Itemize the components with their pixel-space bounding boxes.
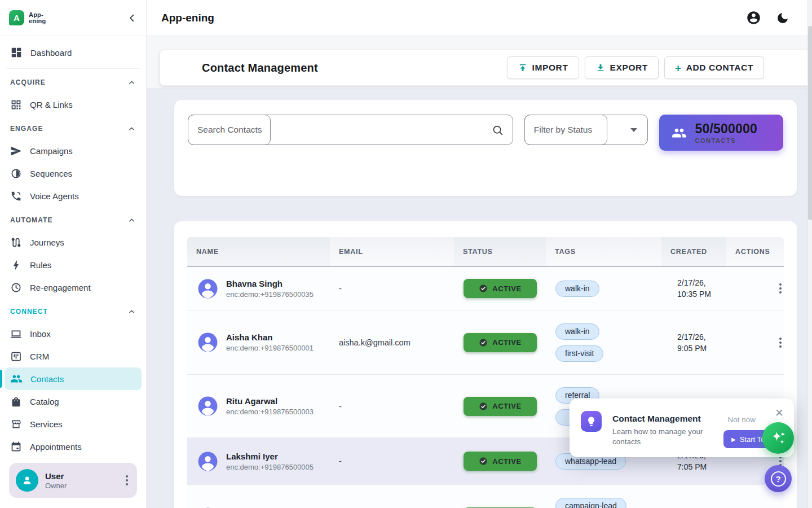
sidebar-collapse-button[interactable] (127, 13, 137, 23)
sidebar-item-crm[interactable]: CRM (5, 345, 142, 367)
import-button[interactable]: IMPORT (507, 56, 579, 79)
sidebar-item-inbox[interactable]: Inbox (5, 322, 142, 345)
sidebar-item-label: Inbox (30, 329, 51, 339)
section-label: AUTOMATE (10, 216, 53, 224)
laptop-icon (10, 328, 22, 340)
tour-popup-title: Contact Management (612, 414, 701, 424)
contact-name: Aisha Khan (226, 332, 314, 342)
sidebar-item-label: Catalog (30, 397, 59, 406)
column-header-email[interactable]: EMAIL (330, 237, 454, 266)
section-automate[interactable]: AUTOMATE (5, 209, 142, 231)
header-actions (746, 10, 797, 25)
section-label: ACQUIRE (10, 78, 46, 86)
sidebar-item-label: Dashboard (30, 48, 72, 58)
sidebar-item-campaigns[interactable]: Campaigns (5, 139, 142, 162)
sidebar-item-contacts[interactable]: Contacts (5, 367, 142, 390)
email-cell: - (330, 402, 454, 411)
chevron-up-icon (127, 125, 136, 133)
sidebar-item-qr-links[interactable]: QR & Links (5, 93, 142, 116)
tags-cell: campaign-lead (546, 498, 661, 508)
lightbulb-icon (581, 411, 602, 432)
tag-chip[interactable]: first-visit (555, 345, 603, 362)
column-header-actions: ACTIONS (726, 237, 784, 266)
logo-line2: ening (29, 18, 46, 24)
row-actions-button[interactable] (777, 281, 784, 296)
contact-name: Bhavna Singh (226, 279, 314, 288)
tour-popup-body: Learn how to manage your contacts (612, 427, 713, 447)
column-header-name[interactable]: NAME (187, 237, 330, 266)
status-filter-select[interactable]: Filter by Status (524, 115, 648, 145)
name-cell: Lakshmi Iyerenc:demo:+919876500005 (187, 451, 330, 472)
upload-icon (518, 63, 528, 73)
search-input[interactable] (188, 125, 513, 135)
tag-chip[interactable]: walk-in (555, 323, 599, 340)
help-fab[interactable]: ? (765, 465, 792, 492)
sidebar-footer: User Owner (0, 454, 146, 508)
sidebar-item-sequences[interactable]: Sequences (5, 162, 142, 185)
column-header-tags[interactable]: TAGS (546, 237, 661, 266)
sidebar-item-voice-agents[interactable]: Voice Agents (5, 185, 142, 207)
user-role: Owner (45, 481, 67, 490)
table-row[interactable]: Bhavna Singhenc:demo:+919876500035 - ACT… (187, 267, 784, 310)
table-row[interactable]: Aisha Khanenc:demo:+919876500001 aisha.k… (187, 310, 784, 375)
row-actions-button[interactable] (777, 335, 784, 350)
scrollbar-thumb[interactable] (808, 26, 812, 220)
user-info: User Owner (45, 471, 67, 490)
app-logo-text: App- ening (29, 12, 46, 24)
section-connect[interactable]: CONNECT (5, 301, 142, 322)
contact-management-toolbar: Contact Management IMPORT EXPORT + ADD C… (160, 50, 812, 86)
sidebar-item-label: Campaigns (30, 146, 73, 156)
email-cell: aisha.k@gmail.com (330, 338, 454, 347)
section-acquire[interactable]: ACQUIRE (5, 72, 142, 93)
contact-name: Ritu Agarwal (226, 396, 314, 406)
tour-popup: Contact Management Learn how to manage y… (570, 398, 794, 457)
sidebar-item-appointments[interactable]: Appointments (5, 435, 142, 454)
close-icon[interactable]: ✕ (775, 408, 784, 418)
contacts-count-badge: 50/500000 CONTACTS (659, 115, 783, 151)
table-row[interactable]: Jyoti Rawat ACTIVE campaign-lead 2/17/26… (187, 485, 784, 508)
sidebar-item-journeys[interactable]: Journeys (5, 231, 142, 253)
search-field[interactable] (188, 115, 513, 145)
tags-cell: walk-in first-visit (546, 323, 661, 362)
user-menu-button[interactable] (123, 473, 130, 488)
sidebar-item-re-engagement[interactable]: Re-engagement (5, 276, 142, 299)
not-now-button[interactable]: Not now (727, 415, 756, 424)
user-name: User (45, 471, 67, 481)
name-cell: Ritu Agarwalenc:demo:+919876500003 (187, 396, 330, 417)
contacts-count-value: 50/500000 (695, 121, 757, 137)
contact-avatar (197, 451, 218, 472)
contacts-table-card: NAME EMAIL STATUS TAGS CREATED ACTIONS B… (174, 221, 797, 508)
contact-name: Lakshmi Iyer (226, 452, 314, 461)
status-badge: ACTIVE (464, 279, 537, 298)
sidebar-item-dashboard[interactable]: Dashboard (5, 40, 142, 65)
user-avatar (16, 469, 38, 492)
sidebar-nav: Dashboard ACQUIRE QR & Links ENGAGE Camp… (0, 36, 146, 454)
ai-assistant-fab[interactable] (762, 422, 794, 454)
created-cell: 2/17/26,10:35 PM (661, 277, 726, 300)
clock-icon (10, 282, 22, 294)
download-icon (595, 63, 606, 73)
send-icon (10, 145, 22, 157)
user-card[interactable]: User Owner (9, 463, 137, 498)
export-button[interactable]: EXPORT (585, 56, 659, 79)
add-contact-button[interactable]: + ADD CONTACT (664, 56, 764, 79)
sidebar-item-catalog[interactable]: Catalog (5, 390, 142, 413)
sparkles-icon (770, 430, 787, 446)
tag-chip[interactable]: walk-in (555, 281, 599, 297)
add-contact-label: ADD CONTACT (686, 63, 753, 73)
contact-phone: enc:demo:+919876500003 (226, 408, 314, 416)
column-header-status[interactable]: STATUS (454, 237, 546, 266)
export-label: EXPORT (610, 63, 648, 73)
dashboard-icon (10, 46, 23, 59)
name-cell: Bhavna Singhenc:demo:+919876500035 (187, 278, 330, 299)
dark-mode-toggle[interactable] (776, 11, 789, 25)
search-icon[interactable] (492, 124, 504, 136)
tag-chip[interactable]: campaign-lead (555, 498, 626, 508)
chevron-up-icon (127, 216, 136, 225)
column-header-created[interactable]: CREATED (661, 237, 726, 266)
sidebar-item-services[interactable]: Services (5, 413, 142, 435)
sidebar-item-rules[interactable]: Rules (5, 253, 142, 276)
section-engage[interactable]: ENGAGE (5, 118, 142, 139)
logo-row: A App- ening (0, 0, 146, 36)
account-button[interactable] (746, 10, 761, 25)
